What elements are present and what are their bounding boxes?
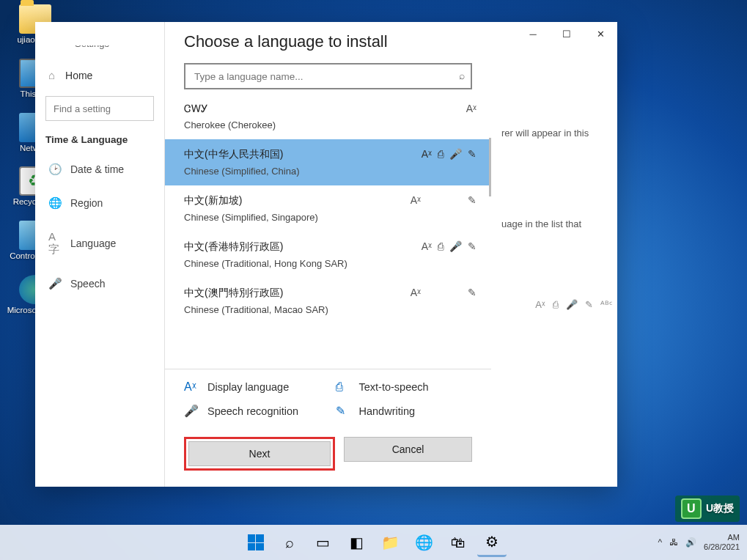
microsoft-store[interactable]: 🛍 [444,528,473,557]
handwriting-icon: ✎ [468,240,476,252]
tray-volume-icon[interactable]: 🔊 [685,537,696,548]
language-search-input[interactable] [184,63,472,89]
next-button-highlight: Next [184,437,335,471]
system-tray: ^ 🖧 🔊 AM 6/28/2021 [658,533,740,552]
globe-icon: 🌐 [48,196,60,210]
feature-legend: AᵡDisplay language ⎙Text-to-speech 🎤Spee… [165,369,491,428]
display-lang-icon: Aᵡ [184,380,197,394]
language-list[interactable]: ᏣᎳᎩ Cherokee (Cherokee) Aᵡ 中文(中华人民共和国) C… [165,94,491,369]
next-button[interactable]: Next [188,441,331,466]
back-button[interactable]: ← [48,45,62,51]
choose-language-dialog: Choose a language to install ⌕ ᏣᎳᎩ Chero… [164,45,491,487]
language-item-chinese-traditional-macao[interactable]: 中文(澳門特別行政區) Chinese (Traditional, Macao … [165,278,491,324]
tts-icon: ⎙ [438,148,444,160]
tts-icon: ⎙ [553,299,559,310]
tts-icon: ⎙ [438,240,444,252]
mic-icon: 🎤 [48,277,60,290]
settings-sidebar: ← Settings ⌂ Home Time & Language 🕑Date … [35,45,164,487]
handwriting-icon: ✎ [585,299,593,310]
language-item-chinese-simplified-china[interactable]: 中文(中华人民共和国) Chinese (Simplified, China) … [165,139,491,185]
language-item-chinese-simplified-singapore[interactable]: 中文(新加坡) Chinese (Simplified, Singapore) … [165,185,491,232]
tray-network-icon[interactable]: 🖧 [669,537,678,548]
handwriting-icon: ✎ [468,194,476,206]
background-text-1: rer will appear in this [501,128,597,139]
taskbar-edge[interactable]: 🌐 [410,528,439,557]
display-lang-icon: Aᵡ [422,148,432,160]
sidebar-item-date-time[interactable]: 🕑Date & time [35,152,164,186]
settings-window: ─ ☐ ✕ ← Settings ⌂ Home Time & Language … [35,22,617,487]
tts-icon: ⎙ [336,380,349,394]
background-text-2: uage in the list that [501,218,597,229]
sidebar-item-speech[interactable]: 🎤Speech [35,267,164,301]
language-item-cherokee[interactable]: ᏣᎳᎩ Cherokee (Cherokee) Aᵡ [165,94,491,139]
maximize-button[interactable]: ☐ [550,22,584,45]
mic-icon: 🎤 [449,240,462,252]
handwriting-icon: ✎ [336,404,349,418]
display-lang-icon: Aᵡ [422,240,432,252]
close-button[interactable]: ✕ [584,22,617,45]
language-item-chinese-traditional-hk[interactable]: 中文(香港特別行政區) Chinese (Traditional, Hong K… [165,232,491,278]
abc-icon: ᴬᴮᶜ [600,299,613,310]
display-lang-icon: Aᵡ [411,287,421,298]
task-view[interactable]: ▭ [309,528,338,557]
search-icon: ⌕ [459,70,465,81]
sidebar-category: Time & Language [35,134,164,152]
mic-icon: 🎤 [184,404,197,418]
taskbar-search[interactable]: ⌕ [275,528,304,557]
sidebar-home-label: Home [65,70,92,81]
taskbar-clock[interactable]: AM 6/28/2021 [704,533,740,552]
mic-icon: 🎤 [449,148,462,160]
display-lang-icon: Aᵡ [411,194,421,206]
clock-icon: 🕑 [48,163,60,176]
minimize-button[interactable]: ─ [516,22,550,45]
handwriting-icon: ✎ [468,287,476,298]
home-icon: ⌂ [48,69,55,81]
widgets[interactable]: ◧ [342,528,372,557]
sidebar-search [45,96,154,121]
start-button[interactable] [241,528,271,557]
language-icon: A字 [48,230,60,257]
taskbar-settings[interactable]: ⚙ [477,528,507,557]
taskbar: ⌕ ▭ ◧ 📁 🌐 🛍 ⚙ ^ 🖧 🔊 AM 6/28/2021 [0,525,747,560]
mic-icon: 🎤 [566,299,578,310]
background-feature-icons: Aᵡ ⎙ 🎤 ✎ ᴬᴮᶜ [535,299,613,310]
settings-title: Settings [75,45,109,49]
dialog-title: Choose a language to install [184,45,472,51]
display-lang-icon: Aᵡ [466,103,476,114]
cancel-button[interactable]: Cancel [344,437,472,462]
sidebar-item-language[interactable]: A字Language [35,220,164,267]
sidebar-item-region[interactable]: 🌐Region [35,186,164,220]
sidebar-home[interactable]: ⌂ Home [35,57,164,90]
find-setting-input[interactable] [45,96,154,121]
handwriting-icon: ✎ [468,148,476,160]
display-lang-icon: Aᵡ [535,299,545,310]
file-explorer[interactable]: 📁 [376,528,405,557]
watermark: U U教授 [675,495,740,522]
tray-chevron-icon[interactable]: ^ [658,537,662,548]
watermark-icon: U [681,498,702,519]
